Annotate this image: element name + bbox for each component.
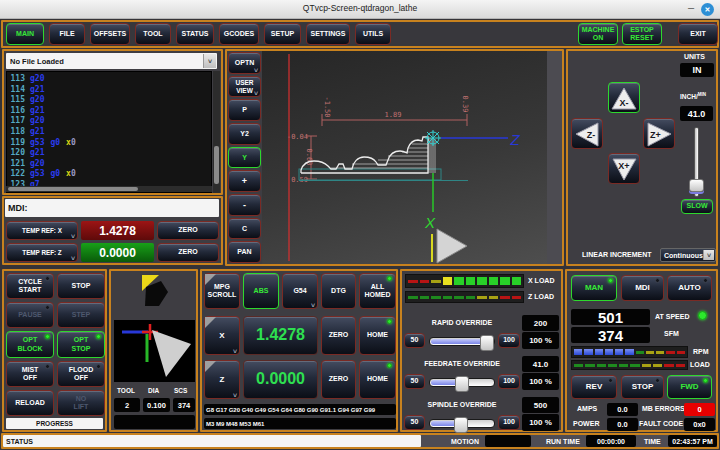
spindle-panel: MAN MDI AUTO 501 AT SPEED 374 SFM RPM LO… bbox=[565, 269, 718, 432]
amps-label: AMPS bbox=[577, 405, 597, 412]
slow-button[interactable]: SLOW bbox=[681, 199, 713, 214]
vscroll-handle[interactable] bbox=[214, 146, 219, 184]
triangle-left-icon: Z- bbox=[574, 121, 600, 147]
home-x-button[interactable]: HOME bbox=[359, 316, 396, 355]
view-p-button[interactable]: P bbox=[228, 99, 261, 121]
abs-button[interactable]: ABS bbox=[243, 273, 279, 309]
dim-width-label: 1.89 bbox=[385, 111, 402, 119]
progress-label: PROGRESS bbox=[36, 420, 73, 427]
z-axis-label: Z bbox=[509, 131, 520, 148]
all-homed-button[interactable]: ALL HOMED bbox=[359, 273, 396, 309]
view-optn-button[interactable]: OPTN˅ bbox=[228, 52, 261, 74]
file-combo[interactable]: No File Loaded ˅ bbox=[6, 53, 217, 69]
dtg-button[interactable]: DTG bbox=[321, 273, 356, 309]
view-pan-button[interactable]: PAN bbox=[228, 241, 261, 263]
hscroll-handle[interactable] bbox=[8, 187, 138, 191]
zero-z-dro-button[interactable]: ZERO bbox=[321, 360, 356, 399]
jog-x-plus-button[interactable]: X+ bbox=[608, 153, 640, 184]
view-zoom-out-button[interactable]: - bbox=[228, 194, 261, 216]
cycle-start-button[interactable]: CYCLE START bbox=[6, 273, 54, 299]
tab-gcodes[interactable]: GCODES bbox=[219, 23, 259, 45]
jog-z-minus-button[interactable]: Z- bbox=[571, 118, 603, 149]
chevron-down-icon[interactable]: ˅ bbox=[203, 54, 216, 68]
feedrate-100-button[interactable]: 100 bbox=[498, 374, 520, 389]
view-y-button[interactable]: Y bbox=[228, 147, 261, 169]
axis-x-button[interactable]: X˅ bbox=[204, 316, 240, 355]
jog-rate-slider-handle[interactable] bbox=[689, 179, 704, 192]
feedrate-50-button[interactable]: 50 bbox=[404, 374, 425, 389]
pause-button[interactable]: PAUSE bbox=[6, 302, 54, 328]
dro-panel: MPG SCROLL ABS G54˅ DTG ALL HOMED X˅ 1.4… bbox=[200, 269, 398, 432]
gl-preview[interactable]: 1.89 -1.50 0.39 -0.04 0.63 0.59 bbox=[262, 51, 547, 264]
view-clear-button[interactable]: C bbox=[228, 218, 261, 240]
tab-setup[interactable]: SETUP bbox=[264, 23, 301, 45]
view-y2-button[interactable]: Y2 bbox=[228, 123, 261, 145]
opt-stop-button[interactable]: OPT STOP bbox=[57, 331, 105, 358]
rapid-override-slider[interactable] bbox=[429, 337, 495, 346]
tool-value: 2 bbox=[114, 398, 140, 412]
tab-main[interactable]: MAIN bbox=[6, 23, 44, 45]
g54-label: G54 bbox=[293, 287, 306, 295]
spindle-50-button[interactable]: 50 bbox=[404, 415, 425, 430]
jog-x-minus-button[interactable]: X- bbox=[608, 82, 640, 113]
tab-status[interactable]: STATUS bbox=[176, 23, 214, 45]
rpm-meter bbox=[571, 346, 688, 358]
exit-button[interactable]: EXIT bbox=[678, 23, 718, 45]
gcode-vscrollbar[interactable] bbox=[213, 71, 220, 193]
reload-button[interactable]: RELOAD bbox=[6, 390, 54, 416]
machine-on-button[interactable]: MACHINE ON bbox=[578, 23, 618, 45]
tool-panel: TOOL DIA SCS 2 0.100 374 bbox=[109, 269, 198, 432]
gcode-hscrollbar[interactable] bbox=[6, 186, 212, 192]
flood-button[interactable]: FLOOD OFF bbox=[57, 361, 105, 387]
man-mode-button[interactable]: MAN bbox=[571, 275, 617, 301]
spindle-stop-button[interactable]: STOP bbox=[621, 375, 664, 399]
g54-button[interactable]: G54˅ bbox=[282, 273, 318, 309]
spindle-100-button[interactable]: 100 bbox=[498, 415, 520, 430]
axis-z-button[interactable]: Z˅ bbox=[204, 360, 240, 399]
tab-file[interactable]: FILE bbox=[49, 23, 85, 45]
spindle-override-slider[interactable] bbox=[429, 419, 495, 428]
auto-mode-button[interactable]: AUTO bbox=[667, 275, 712, 301]
fwd-label: FWD bbox=[680, 382, 698, 391]
tab-offsets[interactable]: OFFSETS bbox=[90, 23, 130, 45]
mist-button[interactable]: MIST OFF bbox=[6, 361, 54, 387]
rapid-100-button[interactable]: 100 bbox=[498, 333, 520, 348]
linear-increment-combo[interactable]: Continuous ˅ bbox=[660, 248, 716, 262]
spindle-rev-button[interactable]: REV bbox=[571, 375, 617, 399]
tab-tool[interactable]: TOOL bbox=[135, 23, 171, 45]
jog-z-plus-button[interactable]: Z+ bbox=[643, 118, 675, 149]
temp-ref-z-value: 0.0000 bbox=[81, 243, 154, 262]
chevron-down-icon: ˅ bbox=[311, 302, 315, 309]
home-z-button[interactable]: HOME bbox=[359, 360, 396, 399]
zero-x-dro-button[interactable]: ZERO bbox=[321, 316, 356, 355]
rapid-50-button[interactable]: 50 bbox=[404, 333, 425, 348]
spindle-fwd-button[interactable]: FWD bbox=[667, 375, 712, 399]
zero-x-button[interactable]: ZERO bbox=[157, 221, 219, 240]
view-user-view-button[interactable]: USER VIEW˅ bbox=[228, 76, 261, 98]
mpg-scroll-button[interactable]: MPG SCROLL bbox=[204, 273, 240, 309]
view-zoom-in-button[interactable]: + bbox=[228, 170, 261, 192]
no-lift-button[interactable]: NO LIFT bbox=[57, 390, 105, 416]
gcode-view[interactable]: 113g20114g21115g20116g21117g20118g21119g… bbox=[6, 71, 212, 193]
feedrate-override-slider[interactable] bbox=[429, 378, 495, 387]
close-button[interactable]: ✕ bbox=[701, 3, 714, 16]
tab-settings[interactable]: SETTINGS bbox=[306, 23, 350, 45]
minimize-button[interactable]: – bbox=[688, 1, 694, 13]
step-button[interactable]: STEP bbox=[57, 302, 105, 328]
tool-cursor-triangle bbox=[437, 229, 467, 263]
estop-reset-button[interactable]: ESTOP RESET bbox=[622, 23, 662, 45]
tab-utils[interactable]: UTILS bbox=[355, 23, 391, 45]
zero-z-button[interactable]: ZERO bbox=[157, 243, 219, 262]
temp-ref-x-value: 1.4278 bbox=[81, 221, 154, 240]
pause-label: PAUSE bbox=[18, 311, 42, 319]
x-axis-label: X bbox=[424, 214, 436, 231]
temp-ref-x-label: TEMP REF: X bbox=[22, 227, 62, 234]
chevron-down-icon[interactable]: ˅ bbox=[703, 250, 714, 260]
opt-block-button[interactable]: OPT BLOCK bbox=[6, 331, 54, 358]
mdi-mode-button[interactable]: MDI bbox=[621, 275, 664, 301]
temp-ref-z-button[interactable]: TEMP REF: Z˅ bbox=[6, 243, 78, 262]
stop-button[interactable]: STOP bbox=[57, 273, 105, 299]
mdi-entry[interactable]: MDI: bbox=[5, 199, 219, 217]
all-homed-led bbox=[387, 276, 392, 281]
temp-ref-x-button[interactable]: TEMP REF: X˅ bbox=[6, 221, 78, 240]
